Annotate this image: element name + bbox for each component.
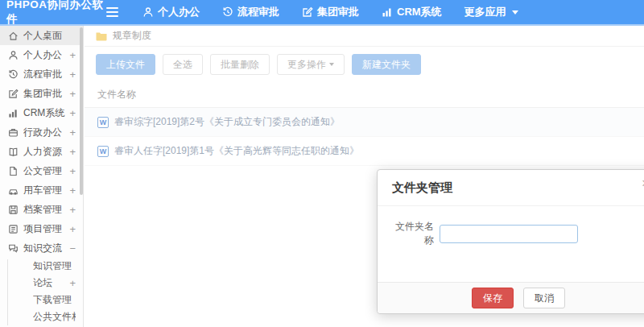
sidebar-item-label: 人力资源 [23,145,69,159]
archive-icon [8,205,19,215]
word-file-icon: W [97,146,109,157]
expand-plus[interactable]: + [69,223,76,235]
sidebar-item-document-management[interactable]: 公文管理 + [0,161,83,180]
new-folder-button[interactable]: 新建文件夹 [352,54,421,75]
sidebar-item-workflow-approval[interactable]: 流程审批 + [0,64,83,84]
expand-plus[interactable]: + [69,146,76,158]
dialog-body: 文件夹名称 [378,206,644,261]
sidebar-item-label: 用车管理 [23,184,69,197]
cancel-button[interactable]: 取消 [523,288,565,308]
sidebar-item-admin-office[interactable]: 行政办公 + [0,122,83,142]
sidebar-item-human-resources[interactable]: 人力资源 + [0,142,83,161]
file-row[interactable]: W 睿审人任字[2019]第1号《关于高光辉等同志任职的通知》 [85,137,644,166]
sidebar-subitem-knowledge-management[interactable]: 知识管理 [0,258,83,275]
more-operations-label: 更多操作 [287,60,326,69]
user-icon [142,6,154,18]
folder-name-label: 文件夹名称 [389,220,434,247]
sidebar: 个人桌面 个人办公 + 流程审批 + 集团审批 + CRM系统 + 行政办公 +… [0,26,84,327]
nav-more-apps[interactable]: 更多应用 [464,5,518,19]
expand-plus[interactable]: + [69,68,76,81]
sidebar-subitem-label: 下载管理 [33,293,76,307]
file-table-header: 文件名称 [85,81,644,108]
file-row[interactable]: W 睿审综字[2019]第2号《关于成立专门委员会的通知》 [85,108,644,137]
expand-plus[interactable]: + [69,277,76,289]
edit-icon [302,6,313,18]
folder-icon [96,31,107,41]
dialog-title: 文件夹管理 [392,180,452,194]
top-nav: 个人办公 流程审批 集团审批 CRM系统 更多应用 [142,5,518,19]
briefcase-icon [8,127,19,138]
breadcrumb: 规章制度 [85,26,644,47]
expand-plus[interactable]: + [69,49,76,61]
expand-plus[interactable]: + [69,126,76,139]
caret-down-icon [329,63,334,66]
word-file-icon: W [97,117,109,128]
book-icon [8,147,19,157]
sidebar-item-personal-office[interactable]: 个人办公 + [0,45,83,64]
nav-label: 更多应用 [464,5,506,19]
toolbar: 上传文件 全选 批量删除 更多操作 新建文件夹 [85,47,644,81]
document-icon [8,166,19,176]
sidebar-submenu-knowledge: 知识管理 论坛 + 下载管理 公共文件柜 [0,258,83,325]
expand-plus[interactable]: + [69,88,76,100]
collapse-indicator[interactable]: − [69,242,76,255]
sidebar-item-label: 公文管理 [23,164,69,178]
caret-down-icon [512,10,518,14]
save-button[interactable]: 保存 [472,288,514,308]
expand-plus[interactable]: + [69,204,76,216]
sidebar-scrollbar[interactable] [80,27,83,195]
home-icon [8,31,19,41]
sidebar-subitem-public-file-cabinet[interactable]: 公共文件柜 [0,308,83,325]
chart-icon [8,108,19,118]
sidebar-item-personal-desktop[interactable]: 个人桌面 [0,26,83,45]
app-logo: PHPOA协同办公软件 [0,0,106,27]
folder-management-dialog: 文件夹管理 × 文件夹名称 保存 取消 [377,169,644,314]
sidebar-item-label: 流程审批 [23,68,69,81]
batch-delete-button[interactable]: 批量删除 [210,54,270,75]
project-icon [8,224,19,234]
nav-personal-office[interactable]: 个人办公 [142,5,200,19]
sidebar-item-group-approval[interactable]: 集团审批 + [0,84,83,103]
sidebar-item-label: 行政办公 [23,126,69,139]
breadcrumb-label: 规章制度 [113,29,151,43]
user-icon [8,50,19,60]
file-name: 睿审人任字[2019]第1号《关于高光辉等同志任职的通知》 [114,144,359,158]
sidebar-item-label: 知识交流 [23,242,69,255]
more-operations-button[interactable]: 更多操作 [277,54,345,75]
chart-icon [382,6,393,18]
comments-icon [8,243,19,254]
sidebar-item-vehicle-management[interactable]: 用车管理 + [0,180,83,200]
menu-toggle-icon[interactable] [106,5,118,19]
nav-label: CRM系统 [397,5,442,19]
nav-label: 流程审批 [237,5,279,19]
sidebar-item-knowledge-exchange[interactable]: 知识交流 − [0,238,83,258]
sidebar-item-project-management[interactable]: 项目管理 + [0,219,83,238]
folder-name-input[interactable] [440,225,578,243]
expand-plus[interactable]: + [69,107,76,119]
dialog-header: 文件夹管理 × [378,170,644,206]
dialog-footer: 保存 取消 [378,282,644,313]
nav-group-approval[interactable]: 集团审批 [302,5,359,19]
sidebar-item-label: 个人办公 [23,48,69,62]
nav-crm-system[interactable]: CRM系统 [382,5,442,19]
sidebar-subitem-forum[interactable]: 论坛 + [0,275,83,292]
sidebar-item-label: 项目管理 [23,222,69,236]
top-navigation-bar: PHPOA协同办公软件 个人办公 流程审批 集团审批 CRM系统 [0,0,644,26]
sidebar-item-label: 个人桌面 [23,29,76,43]
expand-plus[interactable]: + [69,165,76,177]
sidebar-item-label: 档案管理 [23,203,69,217]
history-icon [8,69,19,80]
file-name: 睿审综字[2019]第2号《关于成立专门委员会的通知》 [114,115,340,129]
select-all-button[interactable]: 全选 [163,54,203,75]
expand-plus[interactable]: + [69,184,76,197]
sidebar-subitem-label: 知识管理 [33,259,76,273]
sidebar-item-label: 集团审批 [23,87,69,101]
sidebar-item-crm-system[interactable]: CRM系统 + [0,103,83,122]
sidebar-item-label: CRM系统 [23,106,69,120]
upload-file-button[interactable]: 上传文件 [96,54,155,75]
history-icon [222,6,233,18]
sidebar-item-archive-management[interactable]: 档案管理 + [0,200,83,219]
nav-label: 集团审批 [317,5,359,19]
nav-workflow-approval[interactable]: 流程审批 [222,5,279,19]
sidebar-subitem-download-management[interactable]: 下载管理 [0,292,83,308]
